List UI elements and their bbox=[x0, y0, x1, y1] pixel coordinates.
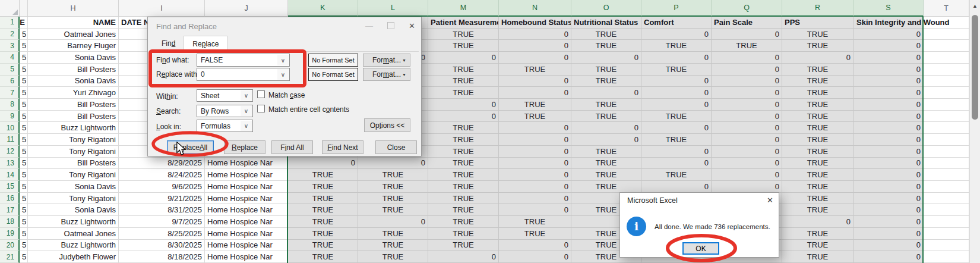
cell-S11[interactable]: 0 bbox=[853, 134, 924, 146]
cell-G20[interactable]: 5 bbox=[20, 240, 28, 252]
cell-H17[interactable]: Sonia Davis bbox=[28, 204, 119, 216]
cell-R17[interactable]: TRUE bbox=[782, 204, 853, 216]
row-header-17[interactable]: 17 bbox=[0, 204, 20, 216]
cell-L18[interactable]: 0 bbox=[358, 216, 428, 228]
row-header-15[interactable]: 15 bbox=[0, 181, 20, 193]
cell-G17[interactable]: 5 bbox=[20, 204, 28, 216]
cell-R15[interactable]: TRUE bbox=[782, 181, 853, 193]
cell-R2[interactable]: TRUE bbox=[782, 29, 853, 40]
cell-S5[interactable]: 0 bbox=[853, 64, 924, 76]
cell-M5[interactable]: TRUE bbox=[428, 64, 499, 76]
cell-H18[interactable]: Buzz Lightworth bbox=[28, 216, 119, 228]
cell-G7[interactable]: 5 bbox=[20, 87, 28, 99]
cell-G3[interactable]: 5 bbox=[20, 40, 28, 52]
msgbox-close-icon[interactable]: ✕ bbox=[767, 196, 773, 205]
cell-O15[interactable]: TRUE bbox=[571, 181, 641, 193]
cell-G15[interactable]: 5 bbox=[20, 181, 28, 193]
chevron-down-icon[interactable]: ∨ bbox=[277, 69, 289, 80]
cell-T3[interactable] bbox=[924, 40, 969, 52]
find-all-button[interactable]: Find All bbox=[271, 140, 313, 154]
cell-P1[interactable]: Comfort bbox=[641, 17, 712, 29]
cell-S7[interactable]: 0 bbox=[853, 87, 924, 99]
cell-K20[interactable]: TRUE bbox=[288, 240, 358, 252]
cell-N2[interactable]: 0 bbox=[499, 29, 571, 40]
cell-T8[interactable] bbox=[924, 99, 969, 111]
cell-P11[interactable]: TRUE bbox=[641, 134, 712, 146]
cell-L17[interactable]: TRUE bbox=[358, 204, 428, 216]
match-case-label[interactable]: Match case bbox=[268, 91, 305, 99]
cell-J16[interactable]: Home Hospice Nar bbox=[205, 193, 288, 205]
row-header-11[interactable]: 11 bbox=[0, 134, 20, 146]
cell-H13[interactable]: Bill Posters bbox=[28, 158, 119, 170]
cell-T16[interactable] bbox=[924, 193, 969, 205]
cell-S4[interactable]: 0 bbox=[853, 52, 924, 64]
cell-R8[interactable]: TRUE bbox=[782, 99, 853, 111]
cell-J14[interactable]: Home Hospice Nar bbox=[205, 169, 288, 181]
cell-I16[interactable]: 9/21/2025 bbox=[119, 193, 205, 205]
replace-format-button[interactable]: Format... ▼ bbox=[363, 68, 410, 81]
cell-N13[interactable]: 0 bbox=[499, 158, 571, 170]
cell-P3[interactable]: TRUE bbox=[641, 40, 712, 52]
cell-P14[interactable]: TRUE bbox=[641, 169, 712, 181]
cell-S9[interactable]: 0 bbox=[853, 111, 924, 123]
column-header-H[interactable]: H bbox=[28, 0, 119, 17]
cell-R12[interactable]: TRUE bbox=[782, 146, 853, 158]
cell-S13[interactable]: 0 bbox=[853, 158, 924, 170]
cell-G1[interactable]: E bbox=[20, 17, 28, 29]
cell-H5[interactable]: Bill Posters bbox=[28, 64, 119, 76]
cell-H20[interactable]: Buzz Lightworth bbox=[28, 240, 119, 252]
cell-H11[interactable]: Tony Rigatoni bbox=[28, 134, 119, 146]
cell-J17[interactable]: Home Hospice Nar bbox=[205, 204, 288, 216]
cell-Q7[interactable]: 0 bbox=[712, 87, 782, 99]
cell-N8[interactable]: TRUE bbox=[499, 99, 571, 111]
cell-H19[interactable]: Oatmeal Jones bbox=[28, 228, 119, 240]
cell-R11[interactable]: TRUE bbox=[782, 134, 853, 146]
cell-N7[interactable]: 0 bbox=[499, 87, 571, 99]
find-next-button[interactable]: Find Next bbox=[322, 140, 363, 154]
cell-T12[interactable] bbox=[924, 146, 969, 158]
cell-K15[interactable]: TRUE bbox=[288, 181, 358, 193]
cell-Q2[interactable]: 0 bbox=[712, 29, 782, 40]
cell-Q11[interactable]: 0 bbox=[712, 134, 782, 146]
column-header-K[interactable]: K bbox=[288, 0, 358, 17]
row-header-4[interactable]: 4 bbox=[0, 52, 20, 64]
column-header-N[interactable]: N bbox=[499, 0, 571, 17]
cell-T15[interactable] bbox=[924, 181, 969, 193]
cell-S12[interactable]: 0 bbox=[853, 146, 924, 158]
look-in-select[interactable]: Formulas ∨ bbox=[197, 120, 253, 132]
cell-Q12[interactable]: 0 bbox=[712, 146, 782, 158]
cell-H2[interactable]: Oatmeal Jones bbox=[28, 29, 119, 40]
cell-T9[interactable] bbox=[924, 111, 969, 123]
dialog-close-icon[interactable]: ✕ bbox=[409, 21, 415, 30]
cell-G18[interactable]: 5 bbox=[20, 216, 28, 228]
cell-M16[interactable]: TRUE bbox=[428, 193, 499, 205]
column-header-J[interactable]: J bbox=[205, 0, 288, 17]
cell-R6[interactable]: TRUE bbox=[782, 76, 853, 87]
cell-G11[interactable]: 5 bbox=[20, 134, 28, 146]
cell-R19[interactable]: TRUE bbox=[782, 228, 853, 240]
row-header-2[interactable]: 2 bbox=[0, 29, 20, 40]
find-format-button[interactable]: Format... ▼ bbox=[363, 54, 410, 67]
cell-G19[interactable]: 5 bbox=[20, 228, 28, 240]
cell-J21[interactable]: Home Hospice Nar bbox=[205, 251, 288, 263]
cell-J13[interactable]: Home Hospice Nar bbox=[205, 158, 288, 170]
cell-R4[interactable]: 0 bbox=[782, 52, 853, 64]
cell-T21[interactable] bbox=[924, 251, 969, 263]
cell-O1[interactable]: Nutritional Status bbox=[571, 17, 641, 29]
row-header-13[interactable]: 13 bbox=[0, 158, 20, 170]
ok-button[interactable]: OK bbox=[682, 242, 719, 255]
cell-P2[interactable]: 0 bbox=[641, 29, 712, 40]
cell-N14[interactable]: 0 bbox=[499, 169, 571, 181]
column-header-M[interactable]: M bbox=[428, 0, 499, 17]
cell-J20[interactable]: Home Hospice Nar bbox=[205, 240, 288, 252]
row-header-19[interactable]: 19 bbox=[0, 228, 20, 240]
cell-O9[interactable]: TRUE bbox=[571, 111, 641, 123]
cell-S20[interactable]: 0 bbox=[853, 240, 924, 252]
row-header-16[interactable]: 16 bbox=[0, 193, 20, 205]
vertical-scrollbar[interactable]: ▲ bbox=[969, 0, 980, 263]
cell-S6[interactable]: 0 bbox=[853, 76, 924, 87]
cell-K14[interactable]: TRUE bbox=[288, 169, 358, 181]
cell-M6[interactable]: TRUE bbox=[428, 76, 499, 87]
cell-T11[interactable] bbox=[924, 134, 969, 146]
cell-I19[interactable]: 8/25/2025 bbox=[119, 228, 205, 240]
